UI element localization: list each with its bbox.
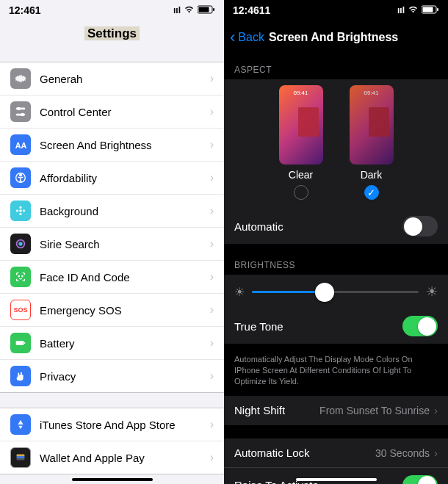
- settings-section-store: iTunes Store And App Store › Wallet And …: [0, 408, 224, 474]
- row-automatic[interactable]: Automatic: [224, 209, 448, 244]
- row-value: 30 Seconds: [375, 447, 430, 459]
- row-itunes[interactable]: iTunes Store And App Store ›: [0, 408, 224, 441]
- row-siri[interactable]: Sirie Search ›: [0, 228, 224, 261]
- row-night-shift[interactable]: Night Shift From Sunset To Sunrise›: [224, 396, 448, 425]
- chevron-right-icon: ›: [210, 451, 214, 464]
- toggle-on[interactable]: [402, 316, 438, 336]
- row-label: Wallet And Apple Pay: [40, 452, 210, 464]
- row-label: Night Shift: [234, 404, 285, 416]
- sos-icon: SOS: [10, 300, 31, 320]
- svg-point-12: [19, 213, 22, 216]
- svg-rect-27: [423, 7, 433, 12]
- row-raise-to-wake[interactable]: Raise To Activate: [224, 468, 448, 484]
- svg-point-16: [18, 242, 22, 245]
- status-time: 12:4611: [233, 4, 270, 16]
- row-control-center[interactable]: Control Center ›: [0, 95, 224, 129]
- svg-point-14: [23, 209, 26, 212]
- row-general[interactable]: Generah ›: [0, 62, 224, 95]
- gear-icon: [10, 68, 31, 89]
- row-label: Emergency SOS: [40, 304, 210, 317]
- chevron-right-icon: ›: [210, 171, 214, 184]
- nav-bar: ‹ Back Screen And Brightness: [224, 21, 448, 54]
- row-value: From Sunset To Sunrise: [319, 405, 430, 416]
- svg-rect-28: [437, 8, 438, 11]
- appearance-options: 09:41 Clear 09:41 Dark ✓: [224, 79, 448, 209]
- svg-rect-19: [16, 341, 24, 344]
- row-sos[interactable]: SOS Emergency SOS ›: [0, 294, 224, 327]
- svg-point-6: [21, 113, 24, 117]
- row-true-tone[interactable]: True Tone: [224, 308, 448, 344]
- sun-small-icon: ☀︎: [234, 285, 245, 299]
- night-shift-group: Night Shift From Sunset To Sunrise›: [224, 396, 448, 425]
- row-accessibility[interactable]: Affordability ›: [0, 162, 224, 195]
- row-label: Control Center: [40, 106, 210, 118]
- chevron-right-icon: ›: [210, 418, 214, 431]
- chevron-right-icon: ›: [210, 336, 214, 350]
- page-title: Settings: [0, 21, 224, 51]
- wifi-icon: [184, 5, 195, 15]
- row-privacy[interactable]: Privacy ›: [0, 360, 224, 392]
- brightness-screen: 12:4611 ııl ‹ Back Screen And Brightness…: [224, 0, 448, 484]
- row-faceid[interactable]: Face ID And Code ›: [0, 261, 224, 294]
- row-wallpaper[interactable]: Background ›: [0, 195, 224, 228]
- text-size-icon: AA: [10, 134, 31, 155]
- status-indicators: ııl: [173, 5, 215, 16]
- status-bar: 12:4611 ııl: [224, 0, 448, 21]
- wifi-icon: [408, 5, 419, 15]
- row-label: Automatic Lock: [234, 447, 310, 459]
- svg-point-18: [22, 275, 23, 276]
- settings-section-main: Generah › Control Center › AA Screen And…: [0, 62, 224, 393]
- radio-checked[interactable]: ✓: [364, 185, 379, 200]
- appearance-group: 09:41 Clear 09:41 Dark ✓ Automatic: [224, 79, 448, 244]
- row-label: Face ID And Code: [40, 271, 210, 283]
- svg-point-10: [19, 209, 22, 212]
- row-battery[interactable]: Battery ›: [0, 327, 224, 360]
- row-label: Sirie Search: [40, 238, 210, 250]
- brightness-header: Brightness: [224, 250, 448, 275]
- row-label: iTunes Store And App Store: [40, 419, 210, 431]
- signal-icon: ııl: [397, 5, 405, 15]
- home-indicator[interactable]: [72, 478, 153, 481]
- aspect-header: Aspect: [224, 54, 448, 79]
- status-time: 12:461: [9, 4, 41, 16]
- toggle-on[interactable]: [402, 475, 438, 484]
- row-auto-lock[interactable]: Automatic Lock 30 Seconds›: [224, 438, 448, 468]
- brightness-slider[interactable]: [252, 291, 419, 293]
- chevron-right-icon: ›: [210, 270, 214, 283]
- appearance-label: Clear: [289, 169, 313, 181]
- hand-icon: [10, 366, 31, 386]
- settings-screen: 12:461 ııl Settings Generah › Control Ce…: [0, 0, 224, 484]
- accessibility-icon: [10, 167, 31, 188]
- appearance-dark[interactable]: 09:41 Dark ✓: [350, 85, 394, 200]
- radio-unchecked[interactable]: [294, 185, 308, 200]
- svg-text:AA: AA: [15, 141, 27, 150]
- row-label: Automatic: [234, 220, 283, 233]
- back-button[interactable]: Back: [238, 31, 264, 44]
- battery-icon: [10, 333, 31, 353]
- chevron-right-icon: ›: [210, 105, 214, 118]
- siri-icon: [10, 234, 31, 254]
- nav-title: Screen And Brightness: [269, 31, 398, 44]
- flower-icon: [10, 201, 31, 221]
- appstore-icon: [10, 414, 31, 435]
- signal-icon: ııl: [173, 5, 181, 15]
- row-label: Background: [40, 205, 210, 217]
- slider-thumb[interactable]: [315, 283, 334, 302]
- status-indicators: ııl: [397, 5, 439, 16]
- appearance-light[interactable]: 09:41 Clear: [279, 85, 323, 200]
- row-wallet[interactable]: Wallet And Apple Pay ›: [0, 441, 224, 474]
- svg-rect-2: [213, 8, 214, 11]
- toggle-off[interactable]: [402, 216, 438, 236]
- battery-icon: [422, 5, 439, 16]
- brightness-slider-row: ☀︎ ☀︎: [224, 275, 448, 308]
- light-preview: 09:41: [279, 85, 323, 165]
- chevron-left-icon[interactable]: ‹: [230, 28, 235, 47]
- brightness-group: ☀︎ ☀︎ True Tone: [224, 275, 448, 344]
- svg-rect-22: [17, 455, 25, 457]
- svg-rect-23: [17, 456, 25, 458]
- chevron-right-icon: ›: [434, 404, 438, 416]
- chevron-right-icon: ›: [210, 303, 214, 317]
- home-indicator[interactable]: [296, 478, 377, 481]
- row-display[interactable]: AA Screen And Brightness ›: [0, 129, 224, 162]
- svg-rect-20: [24, 342, 25, 344]
